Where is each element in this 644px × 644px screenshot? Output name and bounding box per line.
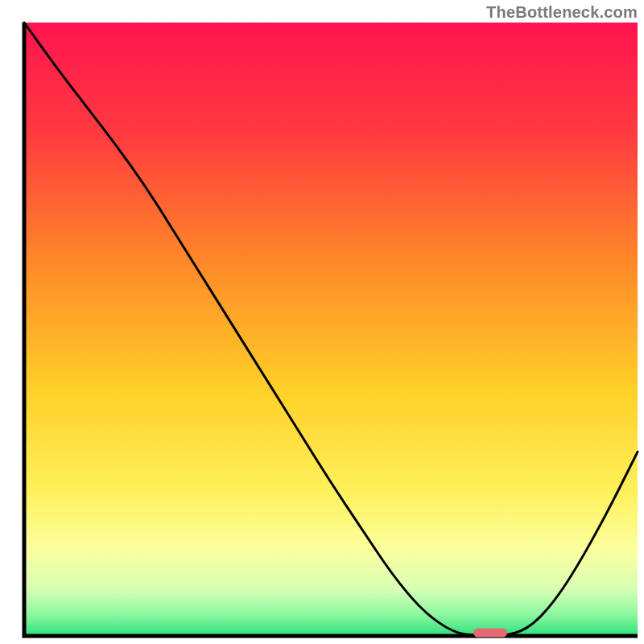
bottleneck-chart: [0, 0, 644, 644]
chart-canvas: TheBottleneck.com: [0, 0, 644, 644]
optimal-marker: [473, 629, 507, 638]
gradient-background: [24, 23, 638, 636]
watermark-text: TheBottleneck.com: [486, 3, 638, 22]
